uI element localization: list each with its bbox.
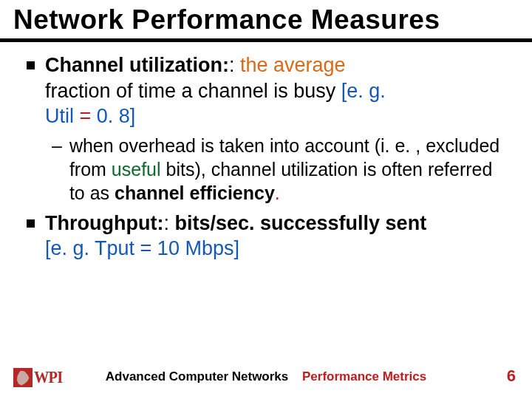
slide-title: Network Performance Measures — [13, 4, 519, 35]
dash-marker-icon: – — [52, 134, 62, 157]
slide-body: Channel utilization:: the average fracti… — [0, 42, 532, 262]
colon-extra: : — [229, 54, 235, 76]
footer-topic: Performance Metrics — [302, 369, 426, 383]
term-channel-utilization: Channel utilization: — [45, 54, 229, 76]
footer-center: Advanced Computer Networks Performance M… — [0, 369, 532, 384]
line-fraction-busy: fraction of time a channel is busy — [45, 80, 341, 102]
bullet-throughput: Throughput:: bits/sec. successfully sent… — [27, 211, 511, 262]
title-area: Network Performance Measures — [0, 0, 532, 35]
eg-prefix: e. g. — [347, 80, 386, 102]
footer-course: Advanced Computer Networks — [106, 369, 289, 383]
period-red: . — [275, 183, 280, 203]
slide: Network Performance Measures Channel uti… — [0, 0, 532, 399]
term-throughput: Throughput: — [45, 212, 163, 234]
term-channel-efficiency: channel efficiency — [115, 183, 275, 203]
bullet-text: Channel utilization:: the average fracti… — [45, 52, 511, 129]
sub-bullet-text: when overhead is taken into account (i. … — [69, 134, 511, 205]
bullet-text: Throughput:: bits/sec. successfully sent… — [45, 211, 511, 262]
throughput-definition: bits/sec. successfully sent — [169, 212, 426, 234]
eg2-close-bracket: ] — [233, 237, 239, 259]
footer: WPI Advanced Computer Networks Performan… — [0, 362, 532, 392]
eg2-value: Tput = 10 Mbps — [89, 237, 233, 259]
eg-equals: = — [80, 105, 92, 127]
eg-util-b: 0. 8 — [91, 105, 130, 127]
bullet-channel-utilization: Channel utilization:: the average fracti… — [27, 52, 511, 129]
phrase-the-average: the average — [235, 54, 346, 76]
sub-bullet-efficiency: – when overhead is taken into account (i… — [52, 134, 511, 205]
eg2-open-bracket: [ — [45, 237, 51, 259]
page-number: 6 — [507, 366, 516, 386]
eg-close-bracket: ] — [130, 105, 136, 127]
colon-extra: : — [163, 212, 169, 234]
word-useful: useful — [112, 159, 161, 180]
bullet-marker-icon — [27, 219, 35, 228]
bullet-marker-icon — [27, 61, 35, 69]
eg2-prefix: e. g. — [51, 237, 90, 259]
eg-util-a: Util — [45, 105, 80, 127]
